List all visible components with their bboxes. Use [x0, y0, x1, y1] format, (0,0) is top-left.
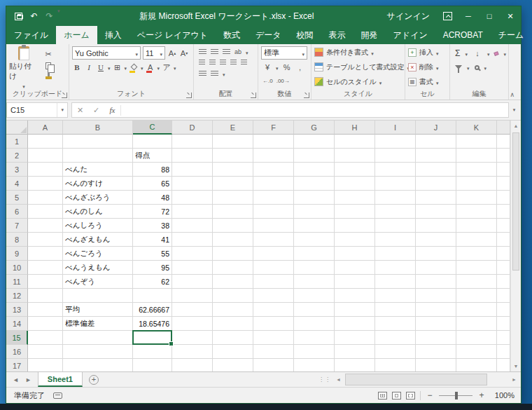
row-header-7[interactable]: 7 [6, 219, 28, 233]
undo-button[interactable]: ↶ [27, 8, 41, 24]
cell-H17[interactable] [335, 359, 375, 371]
column-header-I[interactable]: I [375, 121, 416, 135]
cell-B3[interactable]: べんた [63, 163, 133, 177]
cell-B8[interactable]: べんざえもん [63, 233, 133, 247]
cell-B17[interactable] [63, 359, 133, 371]
cell-H4[interactable] [335, 177, 375, 191]
cell-K10[interactable] [456, 261, 497, 275]
cell-H9[interactable] [335, 247, 375, 261]
cell-K2[interactable] [456, 149, 497, 163]
select-all-corner[interactable] [6, 121, 28, 135]
cell-J10[interactable] [416, 261, 456, 275]
cell-G13[interactable] [294, 303, 335, 317]
cell-I5[interactable] [375, 191, 416, 205]
cell-B13[interactable]: 平均 [63, 303, 133, 317]
tab-developer[interactable]: 開発 [354, 26, 386, 44]
cell-J3[interactable] [416, 163, 456, 177]
cell-A3[interactable] [28, 163, 63, 177]
cell-K17[interactable] [456, 359, 497, 371]
previous-sheet-button[interactable]: ◄ [13, 376, 19, 383]
cell-G12[interactable] [294, 289, 335, 303]
cell-I9[interactable] [375, 247, 416, 261]
cell-H11[interactable] [335, 275, 375, 289]
cell-G11[interactable] [294, 275, 335, 289]
cell-K16[interactable] [456, 345, 497, 359]
formula-bar-expand-button[interactable] [509, 107, 519, 113]
column-header-E[interactable]: E [213, 121, 253, 135]
cell-A13[interactable] [28, 303, 63, 317]
currency-format-button[interactable]: ¥ [262, 62, 272, 73]
scroll-up-arrow[interactable]: ▲ [511, 121, 521, 131]
borders-button[interactable]: ⊞ [113, 62, 122, 73]
cell-B7[interactable]: べんしろう [63, 219, 133, 233]
cell-J15[interactable] [416, 331, 456, 345]
tab-formulas[interactable]: 数式 [216, 26, 248, 44]
cell-A8[interactable] [28, 233, 63, 247]
cell-K8[interactable] [456, 233, 497, 247]
cell-D17[interactable] [172, 359, 213, 371]
column-header-A[interactable]: A [28, 121, 63, 135]
minimize-button[interactable]: ─ [458, 6, 479, 26]
row-header-13[interactable]: 13 [6, 303, 28, 317]
cell-C9[interactable]: 55 [133, 247, 172, 261]
find-select-button[interactable] [475, 65, 479, 70]
cell-F12[interactable] [253, 289, 294, 303]
cell-C7[interactable]: 38 [133, 219, 172, 233]
zoom-out-button[interactable]: − [426, 390, 434, 400]
cell-B4[interactable]: べんのすけ [63, 177, 133, 191]
cell-H10[interactable] [335, 261, 375, 275]
cell-C16[interactable] [133, 345, 172, 359]
cell-E6[interactable] [213, 205, 253, 219]
cell-B10[interactable]: べんうえもん [63, 261, 133, 275]
cell-G14[interactable] [294, 317, 335, 331]
conditional-formatting-button[interactable]: 条件付き書式 [314, 46, 402, 59]
cell-C2[interactable]: 得点 [133, 149, 172, 163]
cell-B1[interactable] [63, 135, 133, 149]
font-name-select[interactable]: Yu Gothic [72, 46, 141, 60]
cell-I14[interactable] [375, 317, 416, 331]
align-middle-icon[interactable] [211, 49, 218, 55]
cell-J9[interactable] [416, 247, 456, 261]
collapse-ribbon-button[interactable]: ∧ [510, 91, 514, 98]
cell-J11[interactable] [416, 275, 456, 289]
name-box-dropdown[interactable] [57, 103, 64, 117]
cell-styles-button[interactable]: セルのスタイル [314, 75, 402, 88]
cell-E3[interactable] [213, 163, 253, 177]
number-dialog-launcher[interactable] [304, 93, 309, 98]
font-color-button[interactable]: A [146, 62, 155, 73]
zoom-slider[interactable] [439, 395, 472, 396]
cell-D4[interactable] [172, 177, 213, 191]
cell-F9[interactable] [253, 247, 294, 261]
row-header-6[interactable]: 6 [6, 205, 28, 219]
cell-C1[interactable] [133, 135, 172, 149]
cell-J12[interactable] [416, 289, 456, 303]
horizontal-scrollbar[interactable]: ◄ ► [333, 372, 519, 387]
vertical-scrollbar[interactable]: ▲ ▼ [510, 121, 521, 371]
cell-E10[interactable] [213, 261, 253, 275]
insert-cells-button[interactable]: 挿入 [408, 46, 447, 59]
cell-K7[interactable] [456, 219, 497, 233]
page-break-view-button[interactable] [406, 392, 415, 399]
cell-D14[interactable] [172, 317, 213, 331]
tab-insert[interactable]: 挿入 [97, 26, 130, 44]
cell-G17[interactable] [294, 359, 335, 371]
cell-F16[interactable] [253, 345, 294, 359]
column-header-G[interactable]: G [294, 121, 335, 135]
align-center-icon[interactable] [209, 60, 216, 66]
cell-B9[interactable]: べんごろう [63, 247, 133, 261]
delete-cells-button[interactable]: 削除 [408, 60, 447, 74]
cell-A5[interactable] [28, 191, 63, 205]
comma-style-button[interactable]: , [295, 62, 305, 73]
cell-I6[interactable] [375, 205, 416, 219]
cell-J6[interactable] [416, 205, 456, 219]
cell-G2[interactable] [294, 149, 335, 163]
cell-F6[interactable] [253, 205, 294, 219]
cell-E16[interactable] [213, 345, 253, 359]
cell-D11[interactable] [172, 275, 213, 289]
cell-E12[interactable] [213, 289, 253, 303]
cell-I10[interactable] [375, 261, 416, 275]
clipboard-dialog-launcher[interactable] [62, 93, 67, 98]
cell-C3[interactable]: 88 [133, 163, 172, 177]
cell-G8[interactable] [294, 233, 335, 247]
tab-acrobat[interactable]: ACROBAT [435, 26, 491, 44]
